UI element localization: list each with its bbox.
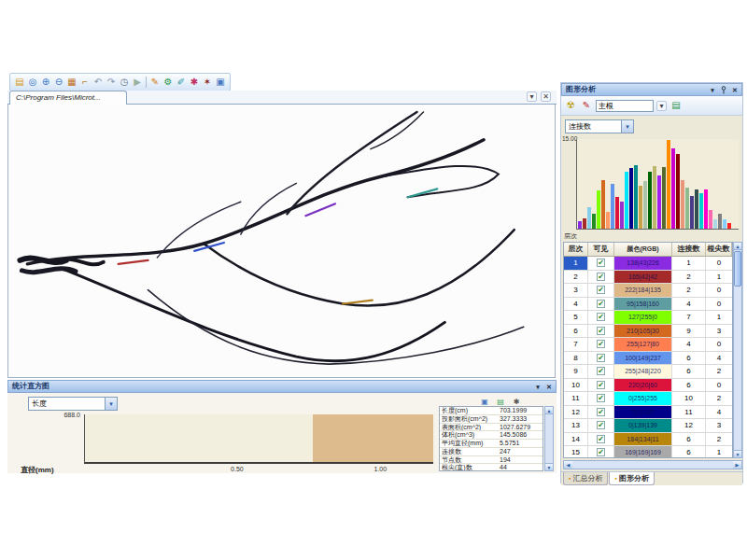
pin-icon[interactable] (719, 85, 728, 94)
level-cell[interactable]: 13 (564, 419, 588, 432)
analyze-star-icon[interactable]: ✱ (188, 75, 201, 90)
table-row[interactable]: 2✔165|42|4221 (564, 271, 732, 285)
marker-icon[interactable]: ✎ (580, 98, 593, 113)
visible-cell[interactable]: ✔ (588, 271, 614, 284)
level-cell[interactable]: 10 (564, 379, 588, 392)
visible-cell[interactable]: ✔ (588, 379, 614, 392)
table-row[interactable]: 3✔222|184|13520 (564, 284, 732, 298)
scroll-up-icon[interactable]: ▲ (734, 243, 741, 250)
table-row[interactable]: 15✔169|169|16961 (564, 446, 732, 458)
scrollbar-thumb[interactable] (734, 251, 741, 287)
checkbox-icon[interactable]: ✔ (597, 327, 605, 335)
level-cell[interactable]: 14 (564, 433, 588, 446)
undo-icon[interactable]: ↶ (92, 75, 105, 90)
visible-cell[interactable]: ✔ (588, 406, 614, 419)
document-tab[interactable]: C:\Program Files\Microt... (9, 91, 127, 105)
image-canvas[interactable] (7, 105, 556, 378)
zoom-out-icon[interactable]: ⊖ (52, 75, 65, 90)
table-row[interactable]: 4✔95|158|16040 (564, 298, 732, 312)
redo-icon[interactable]: ↷ (105, 75, 118, 90)
visible-cell[interactable]: ✔ (588, 311, 614, 324)
table-row[interactable]: 10✔220|20|6060 (564, 379, 732, 393)
level-cell[interactable]: 6 (564, 325, 588, 338)
metric-select-right[interactable]: 连接数 ▾ (565, 119, 634, 133)
table-row[interactable]: 5✔127|255|071 (564, 311, 732, 325)
edit-pencil-icon[interactable]: ✎ (148, 75, 162, 90)
visible-cell[interactable]: ✔ (588, 298, 614, 311)
stats-scrollbar[interactable]: ▲ ▼ (544, 406, 554, 471)
table-row[interactable]: 9✔255|248|22062 (564, 365, 732, 379)
dropdown-arrow-icon[interactable]: ▾ (621, 120, 633, 133)
scroll-down-icon[interactable]: ▼ (545, 463, 553, 470)
level-cell[interactable]: 1 (564, 257, 588, 270)
image-icon[interactable]: ▣ (214, 75, 227, 90)
checkbox-icon[interactable]: ✔ (597, 259, 605, 267)
timer-icon[interactable]: ◷ (118, 75, 131, 90)
checkbox-icon[interactable]: ✔ (597, 286, 605, 294)
play-icon[interactable]: ▶ (131, 75, 144, 90)
table-row[interactable]: 13✔0|139|139123 (564, 419, 732, 433)
table-row[interactable]: 1✔138|43|22610 (564, 257, 732, 271)
document-close-icon[interactable]: ✕ (541, 91, 551, 102)
checkbox-icon[interactable]: ✔ (597, 421, 605, 429)
table-row[interactable]: 14✔184|134|1162 (564, 433, 732, 447)
table-row[interactable]: 7✔255|127|8040 (564, 338, 732, 352)
level-cell[interactable]: 15 (564, 446, 588, 458)
root-name-input[interactable] (596, 100, 654, 112)
table-horizontal-scrollbar[interactable]: ◀ ▶ (563, 460, 742, 469)
scroll-up-icon[interactable]: ▲ (545, 407, 553, 414)
checkbox-icon[interactable]: ✔ (597, 408, 605, 416)
visible-cell[interactable]: ✔ (588, 325, 614, 338)
checkbox-icon[interactable]: ✔ (597, 300, 605, 308)
dropdown-arrow-icon[interactable]: ▾ (105, 398, 117, 410)
zoom-fit-icon[interactable]: ◎ (26, 75, 39, 90)
rotate-icon[interactable]: ⌐ (78, 75, 92, 90)
level-cell[interactable]: 4 (564, 298, 588, 311)
right-panel-chevron-icon[interactable]: ▾ (708, 85, 717, 94)
panel-tab-图形分析[interactable]: ▪图形分析 (609, 472, 654, 485)
bottom-panel-close-icon[interactable]: ✕ (544, 382, 554, 391)
tab-list-chevron-icon[interactable]: ▾ (527, 91, 537, 102)
visible-cell[interactable]: ✔ (588, 446, 614, 458)
table-row[interactable]: 6✔210|105|3093 (564, 325, 732, 339)
select-region-icon[interactable]: ▦ (65, 75, 78, 90)
checkbox-icon[interactable]: ✔ (597, 273, 605, 281)
visible-cell[interactable]: ✔ (588, 352, 614, 365)
level-cell[interactable]: 2 (564, 271, 588, 284)
checkbox-icon[interactable]: ✔ (597, 435, 605, 443)
mark-root-icon[interactable]: ✶ (201, 75, 214, 90)
table-row[interactable]: 11✔0|255|255102 (564, 392, 732, 406)
checkbox-icon[interactable]: ✔ (597, 448, 605, 456)
radiation-icon[interactable]: ☢ (564, 98, 577, 113)
export-green-icon[interactable]: ▤ (669, 98, 683, 113)
level-cell[interactable]: 11 (564, 392, 588, 405)
table-row[interactable]: 12✔0|0|139114 (564, 406, 732, 420)
visible-cell[interactable]: ✔ (588, 257, 614, 270)
scroll-right-icon[interactable]: ▶ (733, 461, 741, 469)
checkbox-icon[interactable]: ✔ (597, 354, 605, 362)
metric-select-bottom[interactable]: 长度 ▾ (28, 397, 118, 411)
level-cell[interactable]: 12 (564, 406, 588, 419)
visible-cell[interactable]: ✔ (588, 433, 614, 446)
panel-tab-汇总分析[interactable]: ▪汇总分析 (563, 472, 608, 485)
open-folder-icon[interactable]: ▤ (13, 75, 26, 90)
level-cell[interactable]: 7 (564, 338, 588, 351)
zoom-in-icon[interactable]: ⊕ (39, 75, 52, 90)
bottom-panel-chevron-icon[interactable]: ▾ (533, 382, 543, 391)
scroll-down-icon[interactable]: ▼ (734, 450, 741, 457)
visible-cell[interactable]: ✔ (588, 419, 614, 432)
checkbox-icon[interactable]: ✔ (597, 340, 605, 348)
visible-cell[interactable]: ✔ (588, 365, 614, 378)
level-cell[interactable]: 9 (564, 365, 588, 378)
right-panel-close-icon[interactable]: ✕ (730, 85, 740, 94)
visible-cell[interactable]: ✔ (588, 392, 614, 405)
table-vertical-scrollbar[interactable]: ▲ ▼ (733, 242, 742, 458)
visible-cell[interactable]: ✔ (588, 284, 614, 297)
checkbox-icon[interactable]: ✔ (597, 367, 605, 375)
level-cell[interactable]: 3 (564, 284, 588, 297)
checkbox-icon[interactable]: ✔ (597, 394, 605, 402)
level-cell[interactable]: 8 (564, 352, 588, 365)
scroll-left-icon[interactable]: ◀ (564, 461, 572, 469)
visible-cell[interactable]: ✔ (588, 338, 614, 351)
trace-path-icon[interactable]: ✐ (175, 75, 188, 90)
